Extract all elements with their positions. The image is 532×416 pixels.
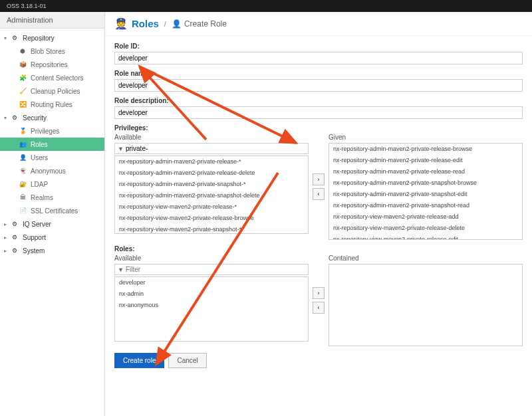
tree-item[interactable]: 🔐LDAP [0, 177, 104, 191]
breadcrumb-sub: Create Role [184, 19, 227, 29]
roles-contained-label: Contained [329, 255, 523, 262]
tree-item[interactable]: ⬢Blob Stores [0, 45, 104, 58]
privileges-remove-button[interactable]: ‹ [313, 188, 325, 200]
top-bar: OSS 3.18.1-01 [0, 0, 532, 12]
sidebar-header: Administration [0, 12, 104, 29]
privileges-label: Privileges: [114, 124, 523, 132]
privileges-transfer-buttons: › ‹ [313, 134, 325, 240]
list-item[interactable]: nx-repository-view-maven2-private-releas… [329, 223, 522, 234]
role-form: Role ID: Role name: Role description: Pr… [105, 36, 532, 408]
role-desc-label: Role description: [114, 97, 523, 104]
sidebar: Administration ▾⚙Repository⬢Blob Stores📦… [0, 12, 105, 416]
list-item[interactable]: nx-repository-admin-maven2-private-relea… [115, 167, 308, 179]
button-row: Create role Cancel [114, 353, 523, 368]
tree-group[interactable]: ▸⚙IQ Server [0, 217, 104, 231]
privileges-available-label: Available [114, 134, 309, 141]
list-item[interactable]: nx-repository-admin-maven2-private-relea… [329, 166, 522, 177]
list-item[interactable]: nx-repository-admin-maven2-private-snaps… [115, 190, 308, 201]
role-desc-input[interactable] [114, 106, 523, 119]
privileges-given-list[interactable]: nx-repository-admin-maven2-private-relea… [329, 143, 523, 240]
list-item[interactable]: nx-anonymous [115, 300, 308, 311]
tree-item[interactable]: 🏅Privileges [0, 124, 104, 138]
tree-item[interactable]: 👤Users [0, 151, 104, 164]
privileges-filter-input[interactable] [126, 145, 305, 152]
privileges-filter[interactable]: ▼ [114, 143, 309, 154]
filter-icon: ▼ [118, 146, 124, 152]
user-icon: 👤 [172, 19, 182, 29]
tree-item[interactable]: 👥Roles [0, 138, 104, 151]
privileges-available-col: Available ▼ nx-repository-admin-maven2-p… [114, 134, 309, 240]
roles-icon: 👮 [114, 17, 128, 30]
list-item[interactable]: nx-repository-view-maven2-private-releas… [115, 201, 308, 213]
roles-contained-col: Contained [329, 255, 523, 346]
list-item[interactable]: nx-admin [115, 288, 308, 300]
breadcrumb-main[interactable]: Roles [132, 18, 159, 29]
roles-available-col: Available ▼ developernx-adminnx-anonymou… [114, 255, 309, 346]
privileges-add-button[interactable]: › [313, 173, 325, 185]
list-item[interactable]: nx-repository-view-maven2-private-releas… [115, 213, 308, 224]
roles-filter[interactable]: ▼ [114, 264, 309, 275]
field-role-desc: Role description: [114, 97, 523, 119]
cancel-button[interactable]: Cancel [168, 353, 206, 368]
tree-group[interactable]: ▸⚙System [0, 244, 104, 257]
field-role-id: Role ID: [114, 43, 523, 64]
create-role-button[interactable]: Create role [114, 353, 164, 368]
list-item[interactable]: nx-repository-view-maven2-private-releas… [329, 211, 522, 223]
privileges-given-col: Given nx-repository-admin-maven2-private… [329, 134, 523, 240]
main-panel: 👮 Roles / 👤 Create Role Role ID: Role na… [105, 12, 532, 416]
list-item[interactable]: nx-repository-admin-maven2-private-snaps… [329, 200, 522, 211]
privileges-available-list[interactable]: nx-repository-admin-maven2-private-relea… [114, 156, 309, 234]
list-item[interactable]: developer [115, 277, 308, 288]
roles-remove-button[interactable]: ‹ [313, 302, 325, 314]
tree-item[interactable]: 🏛Realms [0, 191, 104, 204]
roles-contained-list[interactable] [329, 264, 523, 346]
roles-dual-list: Available ▼ developernx-adminnx-anonymou… [114, 255, 523, 346]
field-privileges: Privileges: Available ▼ nx-repository-ad… [114, 124, 523, 240]
roles-filter-input[interactable] [126, 266, 305, 273]
roles-add-button[interactable]: › [313, 287, 325, 299]
role-name-label: Role name: [114, 70, 523, 77]
role-name-input[interactable] [114, 79, 523, 92]
list-item[interactable]: nx-repository-admin-maven2-private-snaps… [115, 179, 308, 190]
list-item[interactable]: nx-repository-admin-maven2-private-snaps… [329, 177, 522, 189]
list-item[interactable]: nx-repository-admin-maven2-private-relea… [115, 156, 308, 167]
tree-item[interactable]: 📦Repositories [0, 58, 104, 71]
nav-tree: ▾⚙Repository⬢Blob Stores📦Repositories🧩Co… [0, 29, 104, 260]
tree-group[interactable]: ▸⚙Support [0, 231, 104, 244]
version-label: OSS 3.18.1-01 [7, 3, 47, 9]
roles-label: Roles: [114, 245, 523, 253]
breadcrumb-separator: / [164, 20, 166, 28]
roles-available-label: Available [114, 255, 309, 262]
filter-icon: ▼ [118, 266, 124, 273]
privileges-dual-list: Available ▼ nx-repository-admin-maven2-p… [114, 134, 523, 240]
list-item[interactable]: nx-repository-admin-maven2-private-relea… [329, 155, 522, 166]
tree-group[interactable]: ▾⚙Security [0, 111, 104, 124]
field-role-name: Role name: [114, 70, 523, 92]
role-id-input[interactable] [114, 52, 523, 64]
list-item[interactable]: nx-repository-view-maven2-private-releas… [329, 234, 522, 240]
tree-item[interactable]: 🧹Cleanup Policies [0, 84, 104, 98]
tree-group[interactable]: ▾⚙Repository [0, 31, 104, 45]
role-id-label: Role ID: [114, 43, 523, 50]
tree-item[interactable]: 🧩Content Selectors [0, 71, 104, 84]
tree-item[interactable]: 🔀Routing Rules [0, 98, 104, 111]
list-item[interactable]: nx-repository-admin-maven2-private-snaps… [329, 189, 522, 200]
field-roles: Roles: Available ▼ developernx-adminnx-a… [114, 245, 523, 346]
list-item[interactable]: nx-repository-view-maven2-private-snapsh… [115, 224, 308, 234]
roles-transfer-buttons: › ‹ [313, 255, 325, 346]
privileges-given-label: Given [329, 134, 523, 141]
tree-item[interactable]: 📄SSL Certificates [0, 204, 104, 217]
tree-item[interactable]: 👻Anonymous [0, 164, 104, 177]
list-item[interactable]: nx-repository-admin-maven2-private-relea… [329, 144, 522, 155]
breadcrumb: 👮 Roles / 👤 Create Role [105, 12, 532, 36]
roles-available-list[interactable]: developernx-adminnx-anonymous [114, 276, 309, 342]
